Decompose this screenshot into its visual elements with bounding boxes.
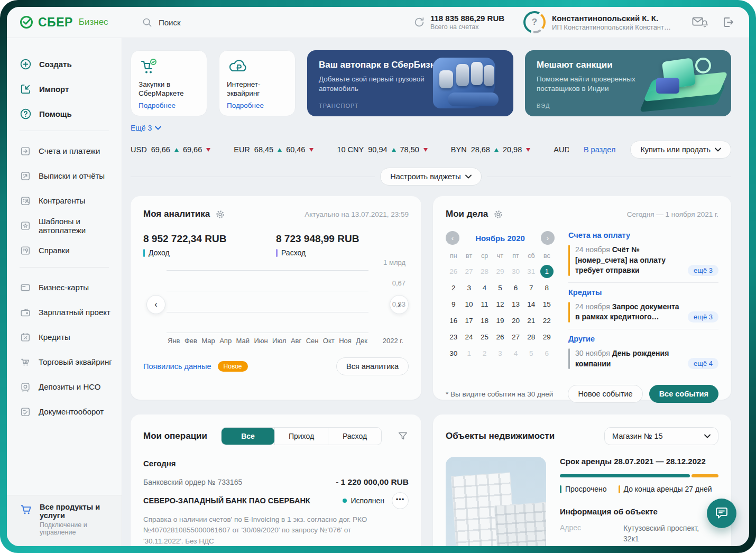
event-category-link[interactable]: Другие: [568, 335, 718, 343]
sidebar-item-business-cards[interactable]: Бизнес-карты: [20, 275, 122, 300]
calendar-day[interactable]: 8: [539, 281, 555, 294]
new-data-link[interactable]: Появились данные: [143, 362, 211, 371]
calendar-day[interactable]: 11: [477, 298, 492, 311]
promo-link[interactable]: Подробнее: [227, 102, 288, 109]
calendar-day[interactable]: 6: [508, 281, 523, 294]
calendar-day[interactable]: 28: [477, 265, 492, 278]
calendar-day[interactable]: 27: [508, 330, 523, 344]
calendar-day[interactable]: 29: [539, 330, 555, 344]
search-bar[interactable]: [142, 17, 413, 27]
realty-object-select[interactable]: Магазин № 15: [604, 427, 718, 445]
balance-widget[interactable]: 118 835 886,29 RUB Всего на счетах: [413, 14, 504, 31]
calendar-day[interactable]: 25: [477, 330, 492, 344]
refresh-icon[interactable]: [413, 16, 425, 28]
calendar-day[interactable]: 5: [492, 281, 508, 294]
gear-icon[interactable]: [493, 209, 503, 219]
sidebar-footer-products[interactable]: Все продукты и услуги Подключение и упра…: [7, 495, 122, 546]
calendar-day-selected[interactable]: 1: [539, 265, 555, 278]
calendar-day[interactable]: 2: [477, 347, 492, 360]
calendar-day[interactable]: 1: [461, 347, 476, 360]
search-input[interactable]: [158, 17, 318, 27]
calendar-day[interactable]: 22: [539, 314, 555, 327]
calendar-prev-button[interactable]: ‹: [446, 231, 459, 245]
calendar-day[interactable]: 6: [539, 347, 555, 360]
calendar-day[interactable]: 27: [461, 265, 476, 278]
calendar-day[interactable]: 16: [446, 314, 461, 327]
event-category-link[interactable]: Кредиты: [568, 288, 718, 297]
mail-notifications-icon[interactable]: [692, 15, 708, 29]
event-more-button[interactable]: ещё 3: [688, 311, 718, 322]
sidebar-item-salary[interactable]: Зарплатный проект: [20, 300, 122, 325]
calendar-day[interactable]: 12: [492, 298, 508, 311]
calendar-month[interactable]: Ноябрь 2020: [475, 234, 525, 243]
sidebar-item-import[interactable]: Импорт: [20, 77, 122, 102]
sidebar-item-create[interactable]: Создать: [20, 52, 122, 77]
calendar-day[interactable]: 19: [492, 314, 508, 327]
calendar-day[interactable]: 30: [508, 265, 523, 278]
calendar-day[interactable]: 26: [446, 265, 461, 278]
tab-income[interactable]: Приход: [274, 428, 328, 445]
banner-sanctions[interactable]: Мешают санкции Поможем найти проверенных…: [525, 50, 731, 116]
calendar-day[interactable]: 26: [492, 330, 508, 344]
calendar-next-button[interactable]: ›: [541, 231, 555, 245]
user-menu[interactable]: ? Константинопольский К. К. ИП Константи…: [523, 11, 671, 33]
calendar-day[interactable]: 2: [446, 281, 461, 294]
operation-menu-button[interactable]: •••: [392, 492, 409, 509]
brand-logo[interactable]: СБЕР Бизнес: [7, 15, 122, 30]
calendar-day[interactable]: 10: [461, 298, 476, 311]
calendar-day[interactable]: 18: [477, 314, 492, 327]
configure-widgets-button[interactable]: Настроить виджеты: [380, 168, 482, 186]
calendar-day[interactable]: 28: [523, 330, 539, 344]
calendar-day[interactable]: 14: [523, 298, 539, 311]
calendar-day[interactable]: 9: [446, 298, 461, 311]
calendar-day[interactable]: 24: [461, 330, 476, 344]
new-event-button[interactable]: Новое событие: [568, 385, 642, 403]
chat-button[interactable]: [707, 499, 736, 528]
calendar-day[interactable]: 3: [461, 281, 476, 294]
tab-expense[interactable]: Расход: [328, 428, 381, 445]
currency-section-link[interactable]: В раздел: [584, 145, 616, 154]
sidebar-item-acquiring[interactable]: Торговый эквайринг: [20, 349, 122, 374]
promo-more-link[interactable]: Ещё 3: [131, 124, 173, 132]
calendar-day[interactable]: 29: [492, 265, 508, 278]
calendar-day[interactable]: 21: [523, 314, 539, 327]
event-more-button[interactable]: ещё 3: [688, 265, 718, 276]
sidebar-item-docflow[interactable]: Документооборот: [20, 399, 122, 424]
event-more-button[interactable]: ещё 4: [688, 358, 718, 369]
sidebar-item-templates[interactable]: Шаблоны и автоплатежи: [20, 213, 122, 238]
x-label: Мар: [201, 337, 215, 345]
promo-card-sbermarket[interactable]: Закупки в СберМаркете Подробнее: [131, 50, 207, 116]
calendar-day[interactable]: 30: [446, 347, 461, 360]
calendar-day[interactable]: 17: [461, 314, 476, 327]
banner-autopark[interactable]: Ваш автопарк в СберБизнес Добавьте свой …: [307, 50, 513, 116]
sidebar-item-contractors[interactable]: Контрагенты: [20, 188, 122, 213]
promo-link[interactable]: Подробнее: [139, 102, 199, 109]
calendar-day[interactable]: 4: [508, 347, 523, 360]
calendar-day[interactable]: 13: [508, 298, 523, 311]
sidebar-item-accounts[interactable]: Счета и платежи: [20, 139, 122, 163]
calendar-day[interactable]: 7: [523, 281, 539, 294]
calendar-day[interactable]: 3: [492, 347, 508, 360]
sidebar-item-credits[interactable]: Кредиты: [20, 325, 122, 349]
all-analytics-button[interactable]: Вся аналитика: [336, 357, 409, 375]
calendar-day[interactable]: 31: [523, 265, 539, 278]
calendar-day[interactable]: 23: [446, 330, 461, 344]
operation-row[interactable]: Банковский ордер № 733165 - 1 220 000,00…: [143, 477, 409, 546]
tab-all[interactable]: Все: [222, 428, 274, 445]
calendar-day[interactable]: 5: [523, 347, 539, 360]
all-events-button[interactable]: Все события: [649, 385, 718, 403]
sidebar-item-deposits[interactable]: Депозиты и НСО: [20, 374, 122, 399]
chart-prev-button[interactable]: ‹: [146, 295, 165, 314]
logout-icon[interactable]: [722, 16, 734, 29]
buy-sell-button[interactable]: Купить или продать: [630, 141, 731, 159]
calendar-day[interactable]: 20: [508, 314, 523, 327]
promo-card-acquiring[interactable]: Интернет-эквайринг Подробнее: [219, 50, 296, 116]
sidebar-item-help[interactable]: Помощь: [20, 102, 122, 126]
event-category-link[interactable]: Счета на оплату: [568, 231, 718, 239]
calendar-day[interactable]: 15: [539, 298, 555, 311]
sidebar-item-certificates[interactable]: Справки: [20, 238, 122, 263]
gear-icon[interactable]: [215, 209, 225, 219]
filter-icon[interactable]: [397, 430, 409, 442]
sidebar-item-statements[interactable]: Выписки и отчёты: [20, 163, 122, 188]
calendar-day[interactable]: 4: [477, 281, 492, 294]
